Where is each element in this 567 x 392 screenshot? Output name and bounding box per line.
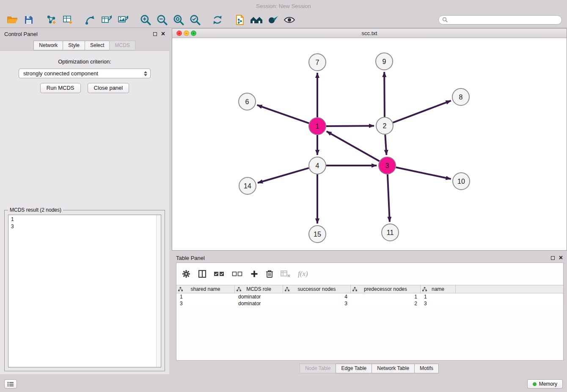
table-row[interactable]: 3dominator323 bbox=[176, 300, 563, 307]
table-row[interactable]: 1dominator411 bbox=[176, 293, 563, 300]
zoom-out-icon bbox=[156, 14, 168, 26]
graph-node-15[interactable]: 15 bbox=[309, 226, 326, 243]
result-item[interactable]: 3 bbox=[11, 223, 155, 230]
graph-node-1[interactable]: 1 bbox=[309, 118, 326, 135]
table-cell[interactable]: 4 bbox=[283, 294, 351, 300]
delete-column-button[interactable] bbox=[266, 270, 273, 278]
tab-node-table[interactable]: Node Table bbox=[300, 364, 336, 373]
clone-network-button[interactable] bbox=[233, 13, 247, 27]
status-menu-button[interactable] bbox=[4, 379, 17, 389]
float-panel-icon[interactable] bbox=[153, 32, 157, 36]
export-image-button[interactable] bbox=[116, 13, 130, 27]
network-graph[interactable]: 7968124314101511 bbox=[172, 38, 567, 250]
close-panel-icon[interactable]: × bbox=[161, 32, 165, 36]
column-header-successor-nodes[interactable]: successor nodes bbox=[283, 285, 351, 293]
graph-edge-1-2[interactable] bbox=[326, 126, 374, 126]
maximize-window-icon[interactable]: + bbox=[191, 30, 196, 36]
graph-edge-2-9[interactable] bbox=[384, 72, 385, 117]
graph-node-9[interactable]: 9 bbox=[376, 53, 393, 70]
search-input[interactable] bbox=[450, 17, 558, 23]
table-panel-title: Table Panel bbox=[176, 255, 205, 261]
graph-node-6[interactable]: 6 bbox=[239, 93, 256, 110]
zoom-out-button[interactable] bbox=[155, 13, 169, 27]
tab-mcds[interactable]: MCDS bbox=[109, 41, 135, 50]
delete-table-button[interactable] bbox=[281, 270, 291, 278]
search-box bbox=[438, 15, 562, 25]
column-header-mcds-role[interactable]: MCDS role bbox=[235, 285, 283, 293]
graph-node-3[interactable]: 3 bbox=[379, 157, 396, 174]
svg-text:14: 14 bbox=[244, 182, 251, 190]
graph-edge-2-3[interactable] bbox=[385, 135, 386, 155]
zoom-fit-button[interactable] bbox=[171, 13, 186, 27]
show-hide-button[interactable] bbox=[282, 13, 297, 27]
export-table-button[interactable] bbox=[99, 13, 114, 27]
graph-node-14[interactable]: 14 bbox=[239, 177, 256, 194]
close-table-panel-icon[interactable]: × bbox=[559, 256, 563, 260]
style-brush-button[interactable] bbox=[266, 13, 280, 27]
deselect-all-rows-button[interactable] bbox=[232, 271, 243, 277]
graph-edge-3-10[interactable] bbox=[396, 167, 451, 179]
column-header-shared-name[interactable]: shared name bbox=[176, 285, 235, 293]
tab-style[interactable]: Style bbox=[63, 41, 85, 50]
zoom-in-button[interactable] bbox=[138, 13, 153, 27]
graph-node-8[interactable]: 8 bbox=[452, 88, 469, 105]
run-mcds-button[interactable]: Run MCDS bbox=[40, 83, 81, 93]
column-header-label: name bbox=[432, 286, 444, 292]
graph-edge-4-14[interactable] bbox=[258, 168, 309, 183]
zoom-selected-button[interactable] bbox=[188, 13, 202, 27]
graph-edge-3-11[interactable] bbox=[388, 174, 390, 222]
graph-node-11[interactable]: 11 bbox=[382, 224, 399, 241]
table-header-row: shared nameMCDS rolesuccessor nodesprede… bbox=[176, 285, 563, 293]
refresh-icon bbox=[212, 14, 223, 26]
graph-node-7[interactable]: 7 bbox=[309, 54, 326, 71]
new-network-button[interactable] bbox=[83, 13, 97, 27]
close-panel-button[interactable]: Close panel bbox=[88, 83, 129, 93]
float-table-panel-icon[interactable] bbox=[551, 256, 555, 260]
minimize-window-icon[interactable]: − bbox=[184, 30, 189, 36]
tab-motifs[interactable]: Motifs bbox=[414, 364, 439, 373]
open-file-button[interactable] bbox=[5, 13, 19, 27]
close-window-icon[interactable]: × bbox=[176, 30, 182, 36]
table-cell[interactable]: dominator bbox=[235, 301, 283, 306]
table-cell[interactable]: dominator bbox=[235, 294, 283, 300]
tab-network-table[interactable]: Network Table bbox=[372, 364, 415, 373]
import-network-button[interactable] bbox=[44, 13, 58, 27]
add-column-button[interactable] bbox=[250, 270, 259, 278]
memory-button[interactable]: Memory bbox=[527, 379, 563, 389]
window-titlebar: Session: New Session bbox=[0, 0, 567, 12]
column-header-name[interactable]: name bbox=[421, 285, 456, 293]
graph-node-4[interactable]: 4 bbox=[309, 157, 326, 174]
tab-edge-table[interactable]: Edge Table bbox=[336, 364, 372, 373]
graph-edge-2-8[interactable] bbox=[393, 101, 451, 123]
table-cell[interactable]: 3 bbox=[176, 301, 235, 306]
column-header-predecessor-nodes[interactable]: predecessor nodes bbox=[351, 285, 421, 293]
tab-network[interactable]: Network bbox=[33, 41, 63, 50]
table-cell[interactable]: 3 bbox=[283, 301, 351, 306]
zoom-selected-icon bbox=[189, 14, 201, 26]
graph-edge-1-6[interactable] bbox=[257, 105, 309, 123]
table-cell[interactable]: 3 bbox=[421, 301, 456, 306]
table-cell[interactable]: 1 bbox=[421, 294, 456, 300]
graph-node-2[interactable]: 2 bbox=[376, 117, 393, 134]
tab-select[interactable]: Select bbox=[85, 41, 110, 50]
column-selector-button[interactable] bbox=[198, 270, 206, 278]
table-cell[interactable]: 2 bbox=[351, 301, 421, 306]
import-table-icon bbox=[62, 14, 73, 25]
layout-button[interactable] bbox=[249, 13, 264, 27]
table-tabs: Node TableEdge TableNetwork TableMotifs bbox=[172, 361, 567, 376]
function-builder-button[interactable]: f(x) bbox=[298, 270, 308, 278]
graph-node-10[interactable]: 10 bbox=[453, 173, 470, 190]
mcds-result-title: MCDS result (2 nodes) bbox=[8, 207, 63, 213]
refresh-button[interactable] bbox=[210, 13, 225, 27]
table-cell[interactable]: 1 bbox=[176, 294, 235, 300]
table-settings-button[interactable] bbox=[182, 269, 191, 279]
select-all-rows-button[interactable] bbox=[214, 271, 225, 277]
list-icon bbox=[7, 381, 14, 387]
graph-edge-3-1[interactable] bbox=[327, 131, 380, 161]
criterion-dropdown[interactable]: strongly connected component bbox=[19, 69, 151, 78]
import-table-button[interactable] bbox=[61, 13, 75, 27]
result-item[interactable]: 1 bbox=[11, 216, 155, 223]
save-session-button[interactable] bbox=[22, 13, 36, 27]
clone-network-icon bbox=[235, 14, 245, 25]
table-cell[interactable]: 1 bbox=[351, 294, 421, 300]
